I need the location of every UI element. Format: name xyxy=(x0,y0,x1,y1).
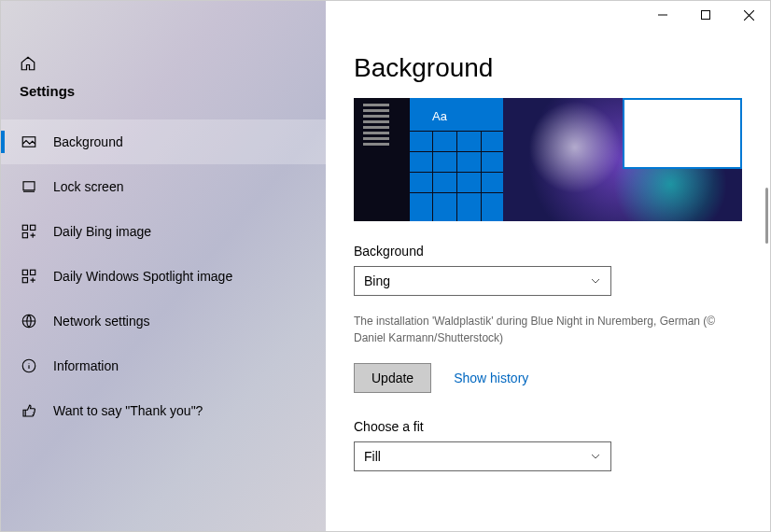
nav-item-background[interactable]: Background xyxy=(1,119,326,164)
svg-rect-7 xyxy=(22,278,27,283)
svg-rect-10 xyxy=(702,11,710,20)
svg-rect-2 xyxy=(22,225,27,230)
svg-rect-1 xyxy=(23,182,35,190)
svg-rect-5 xyxy=(22,270,27,274)
scrollbar-thumb[interactable] xyxy=(765,188,768,244)
app-window: Settings Background Lock screen Daily Bi… xyxy=(1,1,770,531)
nav-item-lock-screen[interactable]: Lock screen xyxy=(1,164,326,209)
picture-icon xyxy=(20,133,38,151)
minimize-icon xyxy=(658,10,667,20)
fit-label: Choose a fit xyxy=(354,419,742,434)
background-select-value: Bing xyxy=(364,273,390,288)
nav-label: Daily Bing image xyxy=(53,224,151,239)
grid-plus-icon xyxy=(20,267,38,286)
content-area: Background Aa xyxy=(326,31,770,531)
image-caption: The installation 'Waldplastik' during Bl… xyxy=(354,313,742,346)
nav-label: Information xyxy=(53,358,119,373)
preview-window xyxy=(623,98,742,169)
show-history-link[interactable]: Show history xyxy=(454,371,528,385)
svg-rect-6 xyxy=(31,270,35,274)
desktop-preview: Aa xyxy=(354,98,742,221)
nav-label: Daily Windows Spotlight image xyxy=(53,269,232,284)
nav-label: Background xyxy=(53,134,123,149)
nav-label: Network settings xyxy=(53,314,149,329)
fit-select-value: Fill xyxy=(364,449,381,464)
thumbs-up-icon xyxy=(20,401,38,420)
sidebar: Settings Background Lock screen Daily Bi… xyxy=(1,1,326,531)
close-button[interactable] xyxy=(727,1,770,29)
nav-item-daily-spotlight[interactable]: Daily Windows Spotlight image xyxy=(1,254,326,299)
svg-rect-3 xyxy=(31,225,35,230)
actions-row: Update Show history xyxy=(354,363,742,393)
preview-wallpaper xyxy=(503,98,742,221)
nav-item-daily-bing[interactable]: Daily Bing image xyxy=(1,209,326,254)
info-icon xyxy=(20,357,38,375)
home-button[interactable] xyxy=(1,55,326,83)
grid-plus-icon xyxy=(20,222,38,241)
home-icon xyxy=(20,55,36,72)
nav-item-thank-you[interactable]: Want to say "Thank you"? xyxy=(1,388,326,433)
close-icon xyxy=(744,10,754,21)
main-panel: Background Aa xyxy=(326,1,770,531)
update-button[interactable]: Update xyxy=(354,363,431,393)
nav-list: Background Lock screen Daily Bing image … xyxy=(1,119,326,433)
svg-rect-4 xyxy=(22,233,27,238)
maximize-icon xyxy=(701,10,710,20)
chevron-down-icon xyxy=(590,451,601,462)
preview-taskbar xyxy=(363,104,393,216)
minimize-button[interactable] xyxy=(641,1,684,29)
chevron-down-icon xyxy=(590,275,601,287)
sidebar-title: Settings xyxy=(1,83,326,119)
globe-icon xyxy=(20,312,38,330)
background-label: Background xyxy=(354,244,742,259)
nav-item-information[interactable]: Information xyxy=(1,343,326,388)
lock-screen-icon xyxy=(20,177,38,196)
preview-sample-text: Aa xyxy=(432,109,447,123)
nav-label: Want to say "Thank you"? xyxy=(53,403,203,418)
fit-select[interactable]: Fill xyxy=(354,441,611,471)
maximize-button[interactable] xyxy=(684,1,727,29)
titlebar xyxy=(326,1,770,31)
background-select[interactable]: Bing xyxy=(354,266,611,296)
preview-start-tiles: Aa xyxy=(410,98,503,221)
nav-label: Lock screen xyxy=(53,179,123,194)
page-title: Background xyxy=(354,53,742,83)
nav-item-network[interactable]: Network settings xyxy=(1,299,326,343)
